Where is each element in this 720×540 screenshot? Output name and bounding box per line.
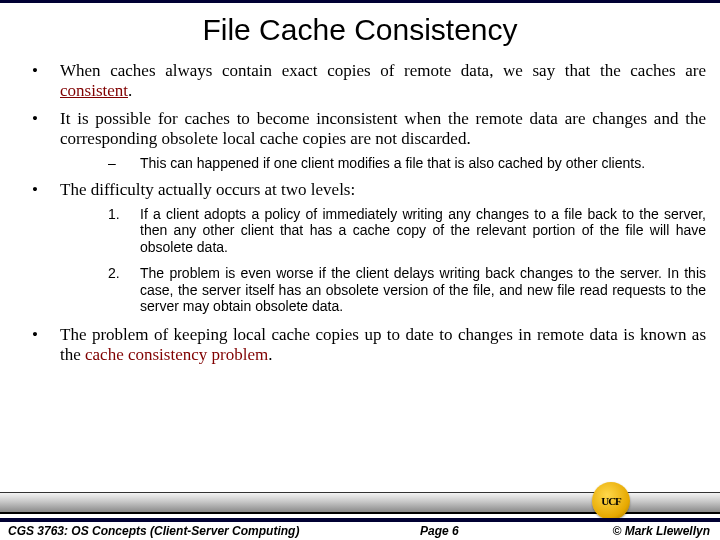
bullet-item: The difficulty actually occurs at two le… <box>14 180 706 315</box>
text: The difficulty actually occurs at two le… <box>60 180 355 199</box>
slide: File Cache Consistency When caches alway… <box>0 0 720 540</box>
numbered-item: If a client adopts a policy of immediate… <box>60 206 706 256</box>
text: When caches always contain exact copies … <box>60 61 706 80</box>
logo-text: UCF <box>601 495 621 507</box>
sub-item: This can happened if one client modifies… <box>60 155 706 172</box>
slide-body: When caches always contain exact copies … <box>0 61 720 488</box>
bullet-item: It is possible for caches to become inco… <box>14 109 706 172</box>
footer-line <box>0 518 720 522</box>
bullet-item: When caches always contain exact copies … <box>14 61 706 101</box>
bullet-list: When caches always contain exact copies … <box>14 61 706 365</box>
emphasis-text: cache consistency problem <box>85 345 268 364</box>
footer-course: CGS 3763: OS Concepts (Client-Server Com… <box>8 524 299 538</box>
numbered-item: The problem is even worse if the client … <box>60 265 706 315</box>
university-logo: UCF <box>592 482 630 520</box>
emphasis-text: consistent <box>60 81 128 100</box>
sub-list: This can happened if one client modifies… <box>60 155 706 172</box>
footer-copyright: © Mark Llewellyn <box>612 524 710 538</box>
slide-title: File Cache Consistency <box>0 3 720 61</box>
text: It is possible for caches to become inco… <box>60 109 706 148</box>
text: . <box>128 81 132 100</box>
text: . <box>268 345 272 364</box>
numbered-list: If a client adopts a policy of immediate… <box>60 206 706 315</box>
bullet-item: The problem of keeping local cache copie… <box>14 325 706 365</box>
footer-page: Page 6 <box>420 524 459 538</box>
slide-footer: UCF CGS 3763: OS Concepts (Client-Server… <box>0 488 720 540</box>
